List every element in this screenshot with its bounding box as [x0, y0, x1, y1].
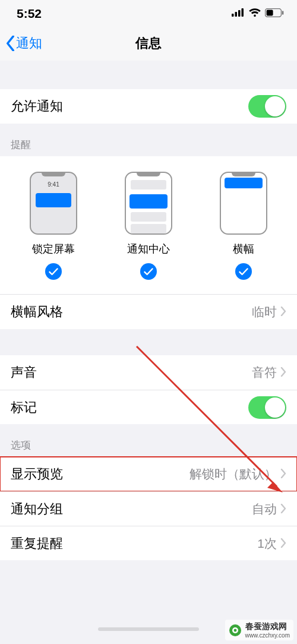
alerts-section: 9:41 锁定屏幕 通知中心 [0, 156, 297, 294]
back-label: 通知 [16, 34, 42, 52]
notification-grouping-row[interactable]: 通知分组 自动 [0, 491, 297, 526]
watermark-logo-icon [229, 624, 242, 637]
checkmark-icon [140, 263, 157, 280]
wifi-icon [248, 8, 261, 20]
chevron-right-icon [280, 365, 286, 380]
status-right [232, 8, 284, 20]
allow-notifications-row[interactable]: 允许通知 [0, 89, 297, 124]
watermark-text: 春蚕游戏网 [245, 621, 290, 632]
checkmark-icon [45, 263, 62, 280]
alerts-header: 提醒 [0, 124, 297, 156]
notification-grouping-label: 通知分组 [11, 500, 63, 518]
show-previews-value: 解锁时（默认） [189, 466, 277, 482]
repeat-alerts-row[interactable]: 重复提醒 1次 [0, 526, 297, 560]
phone-lockscreen-icon: 9:41 [30, 172, 77, 235]
badge-label: 标记 [11, 399, 37, 416]
status-bar: 5:52 [0, 0, 297, 26]
allow-notifications-toggle[interactable] [248, 95, 286, 118]
repeat-alerts-value: 1次 [257, 535, 277, 552]
home-indicator [98, 627, 199, 631]
chevron-right-icon [280, 502, 286, 516]
svg-rect-3 [242, 8, 244, 17]
svg-rect-0 [232, 14, 234, 17]
cellular-icon [232, 8, 245, 19]
allow-notifications-label: 允许通知 [11, 97, 63, 115]
svg-point-11 [233, 629, 236, 632]
show-previews-label: 显示预览 [11, 465, 63, 483]
banner-style-row[interactable]: 横幅风格 临时 [0, 295, 297, 329]
options-header: 选项 [0, 424, 297, 457]
badge-row[interactable]: 标记 [0, 390, 297, 424]
alert-option-banners-label: 横幅 [233, 242, 254, 256]
sound-label: 声音 [11, 364, 37, 381]
phone-banner-icon [220, 172, 267, 235]
alert-option-notification-center[interactable]: 通知中心 [102, 172, 195, 280]
chevron-right-icon [280, 536, 286, 551]
repeat-alerts-label: 重复提醒 [11, 535, 63, 553]
nav-header: 通知 信息 [0, 26, 297, 61]
svg-rect-6 [282, 11, 283, 15]
badge-toggle[interactable] [248, 396, 286, 419]
sound-row[interactable]: 声音 音符 [0, 355, 297, 390]
battery-icon [265, 8, 284, 20]
alert-option-banners[interactable]: 横幅 [197, 172, 290, 280]
watermark-url: www.czchxy.com [245, 632, 290, 639]
alert-option-lockscreen-label: 锁定屏幕 [32, 242, 75, 256]
banner-style-label: 横幅风格 [11, 303, 63, 321]
show-previews-row[interactable]: 显示预览 解锁时（默认） [0, 457, 297, 491]
checkmark-icon [235, 263, 252, 280]
back-button[interactable]: 通知 [6, 34, 42, 52]
banner-style-value: 临时 [252, 304, 277, 320]
alert-option-lockscreen[interactable]: 9:41 锁定屏幕 [7, 172, 100, 280]
svg-rect-5 [267, 10, 273, 15]
sound-value: 音符 [252, 364, 277, 381]
chevron-right-icon [280, 467, 286, 481]
chevron-right-icon [280, 305, 286, 319]
svg-rect-1 [235, 12, 238, 17]
chevron-left-icon [6, 36, 15, 51]
page-title: 信息 [0, 34, 297, 52]
alert-option-notification-center-label: 通知中心 [127, 242, 170, 256]
notification-grouping-value: 自动 [252, 501, 277, 517]
phone-notification-center-icon [125, 172, 172, 235]
svg-rect-2 [238, 10, 241, 17]
status-time: 5:52 [17, 7, 42, 21]
watermark: 春蚕游戏网 www.czchxy.com [225, 620, 293, 640]
